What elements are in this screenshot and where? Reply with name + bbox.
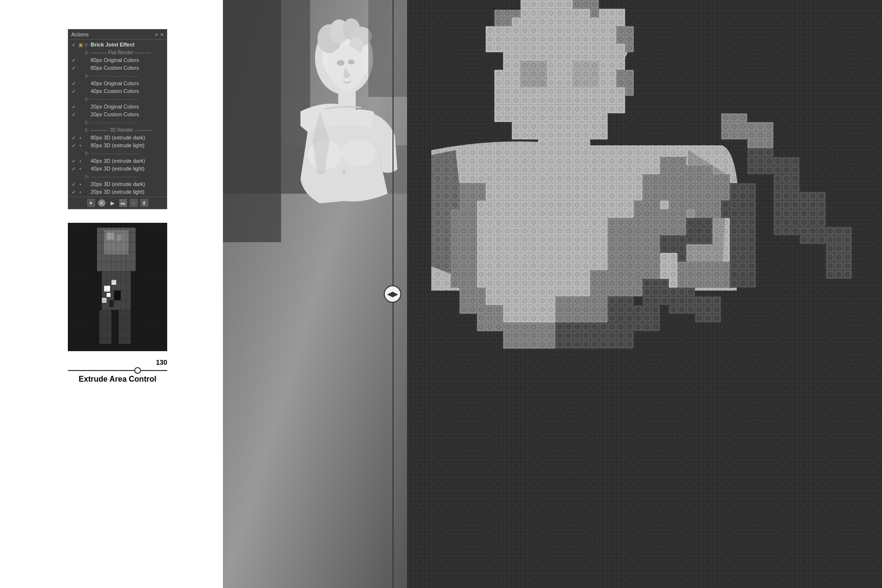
svg-rect-7: [107, 293, 110, 297]
svg-rect-89: [564, 9, 590, 35]
svg-rect-145: [686, 218, 712, 244]
expand-icon[interactable]: ▷: [84, 50, 90, 55]
svg-rect-94: [555, 35, 582, 61]
svg-rect-173: [512, 270, 538, 296]
svg-rect-137: [477, 201, 503, 227]
svg-rect-183: [529, 296, 555, 323]
svg-rect-184: [555, 296, 582, 323]
svg-rect-156: [730, 183, 756, 209]
actions-header-icons: ≡ ✕: [155, 32, 164, 37]
check-mark: ✓: [70, 135, 77, 140]
list-item[interactable]: ✓ ▪ 80px 3D (extrude dark): [68, 134, 167, 141]
svg-rect-194: [730, 0, 756, 97]
svg-rect-198: [773, 157, 800, 183]
check-mark: ✓: [70, 158, 77, 164]
svg-rect-201: [800, 192, 826, 218]
svg-rect-4: [119, 310, 131, 344]
svg-rect-175: [564, 270, 590, 296]
list-item: ▷ ---------------------------: [68, 72, 167, 79]
action-label: 80px Custom Colors: [90, 65, 165, 71]
check-mark: ✓: [70, 182, 77, 187]
list-item[interactable]: ✓ 80px Custom Colors: [68, 64, 167, 72]
action-label: ---------------------------: [90, 150, 165, 156]
list-item[interactable]: ✓ 20px Original Colors: [68, 103, 167, 110]
svg-rect-99: [547, 61, 573, 87]
action-label: 20px 3D (extrude light): [90, 189, 165, 195]
svg-rect-128: [538, 166, 564, 192]
svg-rect-132: [643, 174, 669, 201]
list-item[interactable]: ✓ ▪ 40px 3D (extrude dark): [68, 157, 167, 165]
panel-menu-icon[interactable]: ≡: [155, 32, 158, 37]
list-item: ▷ ---------------------------: [68, 172, 167, 180]
delete-button[interactable]: 🗑: [141, 199, 148, 207]
check-mark: ✓: [70, 58, 77, 63]
play-button[interactable]: ▶: [109, 199, 116, 207]
slider-label: Extrude Area Control: [68, 375, 167, 384]
action-label: ---------------------------: [90, 173, 165, 179]
svg-rect-149: [529, 218, 555, 244]
stop-button[interactable]: ■: [87, 199, 95, 207]
expand-icon[interactable]: ▷: [84, 151, 90, 155]
svg-rect-204: [826, 253, 852, 279]
svg-rect-6: [111, 280, 116, 285]
expand-icon[interactable]: ▷: [84, 174, 90, 179]
new-action-button[interactable]: □: [130, 199, 138, 207]
svg-rect-161: [677, 262, 704, 288]
list-item[interactable]: ✓ ▪ 20px 3D (extrude light): [68, 188, 167, 196]
action-label: 20px Custom Colors: [90, 111, 165, 117]
svg-rect-189: [529, 323, 555, 349]
expand-icon[interactable]: ▷: [84, 96, 90, 101]
expand-icon[interactable]: ▷: [84, 42, 90, 47]
divider-handle[interactable]: ◀▶: [384, 285, 401, 303]
svg-rect-108: [573, 87, 599, 113]
row-icon: ▪: [77, 190, 84, 194]
list-item[interactable]: ✓ 20px Custom Colors: [68, 110, 167, 118]
svg-rect-177: [616, 270, 643, 296]
svg-point-48: [337, 60, 345, 66]
list-item: ▷ ----------- 3D Render -----------: [68, 126, 167, 134]
list-item[interactable]: ✓ 40px Custom Colors: [68, 87, 167, 95]
list-item[interactable]: ✓ ▣ ▷ Brick Joint Effect: [68, 41, 167, 48]
svg-rect-109: [599, 87, 625, 113]
svg-rect-168: [582, 244, 608, 270]
row-icon: ▪: [77, 167, 84, 171]
svg-rect-110: [512, 113, 538, 139]
svg-rect-182: [503, 296, 529, 323]
svg-rect-187: [634, 305, 660, 331]
check-mark: ✓: [70, 189, 77, 195]
list-item[interactable]: ✓ 80px Original Colors: [68, 56, 167, 64]
slider-thumb[interactable]: [134, 367, 141, 374]
list-item[interactable]: ✓ ▪ 40px 3D (extrude light): [68, 165, 167, 172]
svg-rect-113: [590, 113, 608, 139]
record-button[interactable]: ●: [98, 199, 106, 207]
svg-rect-159: [730, 262, 756, 288]
row-icon: ▪: [77, 143, 84, 148]
expand-icon[interactable]: ▷: [84, 73, 90, 78]
original-photo-svg: [223, 0, 407, 588]
action-label: ---------- Flat Render ----------: [90, 50, 165, 55]
action-set-button[interactable]: ▬: [119, 199, 127, 207]
action-label: 20px 3D (extrude dark): [90, 181, 165, 187]
list-item[interactable]: ✓ ▪ 20px 3D (extrude dark): [68, 180, 167, 188]
svg-rect-205: [852, 262, 878, 288]
svg-rect-179: [669, 288, 695, 314]
action-label: 80px 3D (extrude dark): [90, 135, 165, 140]
check-mark: ✓: [70, 65, 77, 71]
svg-rect-151: [582, 218, 608, 244]
list-item: ▷ ---------- Flat Render ----------: [68, 48, 167, 56]
expand-icon[interactable]: ▷: [84, 127, 90, 132]
svg-rect-202: [800, 218, 826, 244]
panel-close-icon[interactable]: ✕: [160, 32, 164, 37]
actions-body: ✓ ▣ ▷ Brick Joint Effect ▷ ---------- Fl…: [68, 40, 167, 197]
list-item[interactable]: ✓ ▪ 80px 3D (extrude light): [68, 141, 167, 149]
action-label: Brick Joint Effect: [90, 42, 165, 47]
expand-icon[interactable]: ▷: [84, 120, 90, 124]
svg-rect-150: [555, 218, 582, 244]
list-item[interactable]: ✓ 40px Original Colors: [68, 79, 167, 87]
slider-track[interactable]: [68, 370, 167, 371]
svg-rect-193: [756, 0, 882, 588]
svg-rect-93: [529, 35, 555, 61]
svg-rect-167: [555, 244, 582, 270]
svg-rect-200: [773, 209, 800, 235]
svg-rect-199: [773, 183, 800, 209]
